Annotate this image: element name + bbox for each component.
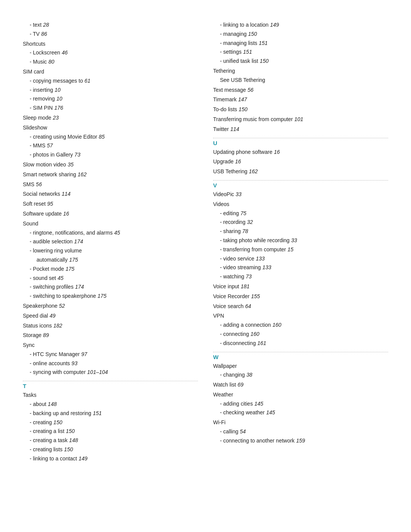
page-ref: 23 (53, 115, 59, 121)
page-ref: 38 (246, 372, 252, 378)
index-sub2-entry: automatically175 (23, 256, 198, 265)
index-main-entry: Sync (23, 341, 198, 350)
index-sub-entry: - switching to speakerphone175 (23, 292, 198, 301)
page-ref: 16 (235, 158, 241, 165)
index-sub-entry: - transferring from computer15 (213, 245, 388, 254)
index-sub-entry: - online accounts93 (23, 359, 198, 368)
index-main-entry: Sound (23, 219, 198, 228)
page-ref: 175 (97, 293, 106, 299)
index-main-entry: Voice input181 (213, 282, 388, 291)
page-ref: 150 (239, 106, 247, 112)
page-ref: 35 (68, 161, 74, 168)
index-main-entry: Speakerphone52 (23, 302, 198, 311)
page-ref: 147 (238, 96, 247, 102)
index-main-entry: Twitter114 (213, 125, 388, 134)
index-sub-entry: - sound set45 (23, 274, 198, 283)
index-main-entry: Slideshow (23, 123, 198, 133)
page-ref: 182 (53, 323, 62, 329)
index-main-entry: VPN (213, 312, 388, 321)
page-ref: 174 (74, 238, 83, 244)
page-ref: 61 (84, 78, 91, 84)
index-main-entry: Videos (213, 200, 388, 209)
index-main-entry: Sleep mode23 (23, 113, 198, 123)
page-ref: 150 (53, 419, 62, 425)
page-ref: 150 (248, 31, 257, 37)
index-sub-entry: - SIM PIN176 (23, 104, 198, 113)
index-sub-entry: - managing150 (213, 30, 388, 39)
page-ref: 149 (79, 455, 88, 462)
index-sub-entry: - changing38 (213, 371, 388, 380)
index-sub-entry: - watching73 (213, 272, 388, 281)
index-main-entry: VideoPic33 (213, 190, 388, 199)
index-main-entry: Upgrade16 (213, 157, 388, 166)
section-letter: T (23, 383, 198, 389)
page-ref: 85 (99, 134, 105, 140)
index-sub-entry: - creating lists150 (23, 445, 198, 454)
page-ref: 32 (247, 219, 253, 225)
page-ref: 133 (256, 256, 264, 262)
index-main-entry: Transferring music from computer101 (213, 115, 388, 124)
page-ref: 151 (259, 40, 268, 46)
index-sub-entry: - photos in Gallery73 (23, 150, 198, 160)
page-ref: 93 (72, 360, 78, 366)
page-ref: 69 (237, 382, 244, 388)
page-ref: 10 (54, 87, 61, 93)
index-sub-entry: - creating a list150 (23, 427, 198, 436)
index-sub-entry: - Lockscreen46 (23, 48, 198, 58)
index-sub-entry: - removing10 (23, 94, 198, 104)
page-ref: 15 (288, 246, 294, 252)
section-divider (213, 352, 388, 352)
section-divider (213, 138, 388, 138)
page-ref: 175 (69, 257, 78, 263)
page-ref: 174 (75, 284, 84, 290)
page-ref: 148 (48, 401, 57, 407)
index-sub-entry: - creating150 (23, 418, 198, 427)
index-main-entry: Soft reset95 (23, 200, 198, 209)
page-ref: 150 (64, 446, 73, 452)
page-ref: 162 (78, 171, 86, 177)
section-letter: V (213, 182, 388, 189)
index-main-entry: Shortcuts (23, 40, 198, 49)
page-ref: 64 (245, 303, 251, 309)
index-main-entry: SIM card (23, 67, 198, 77)
page-ref: 78 (242, 228, 248, 234)
index-sub-entry: - settings151 (213, 48, 388, 57)
index-sub-entry: - creating a task148 (23, 436, 198, 445)
index-sub-entry: - Music80 (23, 58, 198, 67)
index-sub-entry: - adding cities145 (213, 399, 388, 409)
index-sub-entry: - inserting10 (23, 86, 198, 95)
index-sub-entry: - MMS57 (23, 141, 198, 150)
index-sub-entry: - linking to a contact149 (23, 454, 198, 463)
index-main-entry: Text message56 (213, 86, 388, 95)
index-main-entry: Voice Recorder155 (213, 292, 388, 301)
left-column: - text28- TV86Shortcuts- Lockscreen46- M… (23, 21, 198, 463)
page-ref: 10 (56, 96, 62, 102)
section-divider (23, 381, 198, 381)
page-ref: 54 (240, 428, 246, 435)
index-main-entry: Wallpaper (213, 362, 388, 371)
page-ref: 151 (243, 49, 252, 55)
page-ref: 159 (296, 438, 305, 444)
page-ref: 176 (54, 105, 63, 111)
index-sub-entry: - checking weather145 (213, 408, 388, 417)
index-main-entry: Social networks114 (23, 190, 198, 199)
page-ref: 114 (62, 191, 70, 197)
index-sub-entry: - ringtone, notifications, and alarms45 (23, 228, 198, 238)
index-sub-entry: - adding a connection160 (213, 321, 388, 330)
index-sub-entry: - switching profiles174 (23, 283, 198, 292)
page-ref: 49 (49, 313, 56, 319)
page-ref: 149 (270, 22, 279, 28)
index-sub-entry: - syncing with computer101–104 (23, 368, 198, 377)
page-ref: 75 (241, 210, 247, 216)
index-sub-entry: - lowering ring volume (23, 246, 198, 256)
page-ref: 52 (59, 303, 65, 309)
index-main-entry: Wi-Fi (213, 418, 388, 427)
page-ref: 150 (260, 58, 268, 64)
section-letter: W (213, 354, 388, 360)
page-ref: 33 (291, 237, 297, 243)
index-sub-entry: - connecting160 (213, 330, 388, 339)
index-sub-entry: - text28 (23, 21, 198, 30)
index-see-also: See USB Tethering (213, 76, 388, 85)
page-ref: 151 (93, 410, 102, 416)
page-ref: 45 (57, 275, 64, 281)
